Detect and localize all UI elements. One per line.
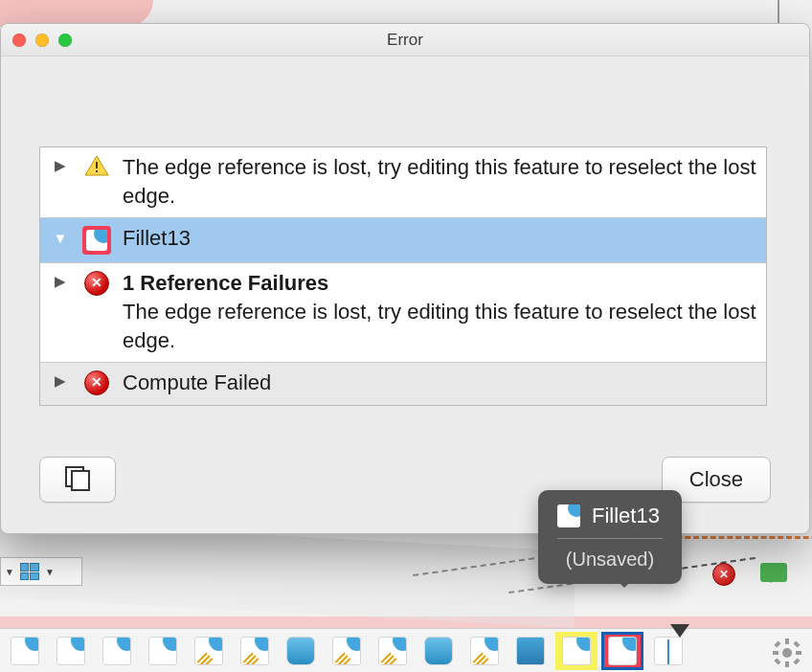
rollback-bar-icon[interactable] <box>670 624 689 638</box>
divider <box>557 538 663 539</box>
feature-item-sketch[interactable] <box>372 632 414 670</box>
feature-item[interactable] <box>96 632 138 670</box>
feature-item-extrude[interactable] <box>417 632 460 670</box>
failure-heading: 1 Reference Failures <box>123 269 756 298</box>
disclosure-right-icon[interactable]: ▶ <box>50 157 71 174</box>
dialog-title: Error <box>1 31 809 50</box>
feature-item-warning[interactable] <box>555 632 598 670</box>
feature-item-extrude[interactable] <box>280 632 322 670</box>
svg-rect-7 <box>796 651 801 655</box>
copy-icon <box>65 466 90 487</box>
fillet-feature-icon <box>557 504 580 527</box>
feature-item-sketch[interactable] <box>188 632 230 670</box>
error-row-failure[interactable]: ▶ 1 Reference Failures The edge referenc… <box>40 262 766 362</box>
error-row-compute[interactable]: ▶ Compute Failed <box>40 362 766 405</box>
settings-icon[interactable] <box>772 638 802 668</box>
svg-rect-9 <box>793 658 800 664</box>
svg-rect-2 <box>96 170 98 172</box>
fillet-feature-icon <box>82 226 111 255</box>
disclosure-right-icon[interactable]: ▶ <box>50 372 71 390</box>
svg-rect-8 <box>774 640 780 647</box>
feature-item[interactable] <box>4 632 46 670</box>
svg-rect-6 <box>773 651 778 655</box>
feature-item[interactable] <box>50 632 92 670</box>
feature-tooltip: Fillet13 (Unsaved) <box>538 490 682 584</box>
viewport-layout-icon[interactable] <box>20 563 39 580</box>
tooltip-title: Fillet13 <box>592 504 660 528</box>
failure-message: The edge reference is lost, try editing … <box>123 298 756 354</box>
disclosure-right-icon[interactable]: ▶ <box>50 273 71 290</box>
error-list: ▶ The edge reference is lost, try editin… <box>39 146 767 406</box>
view-toolbar: ▼ ▼ <box>0 557 82 586</box>
feature-item-sketch[interactable] <box>463 632 506 670</box>
feature-name: Fillet13 <box>123 226 191 250</box>
svg-rect-1 <box>96 162 98 168</box>
svg-rect-10 <box>793 640 800 647</box>
error-row-feature[interactable]: ▼ Fillet13 <box>40 217 766 262</box>
svg-point-3 <box>782 648 792 658</box>
tooltip-subtitle: (Unsaved) <box>557 549 663 571</box>
svg-rect-5 <box>785 661 789 667</box>
feature-item-loft[interactable] <box>509 632 552 670</box>
feature-item[interactable] <box>142 632 184 670</box>
svg-rect-11 <box>774 658 780 664</box>
error-dialog: Error ▶ The edge reference is lost, try … <box>0 23 810 534</box>
feature-item-error-selected[interactable] <box>601 632 643 670</box>
feature-timeline <box>0 628 812 672</box>
copy-button[interactable] <box>39 457 116 503</box>
disclosure-down-icon[interactable]: ▼ <box>50 230 71 246</box>
svg-rect-4 <box>785 638 789 644</box>
comments-icon[interactable] <box>760 563 787 582</box>
feature-item-sketch[interactable] <box>234 632 276 670</box>
feature-item-sketch[interactable] <box>326 632 368 670</box>
error-message: The edge reference is lost, try editing … <box>123 153 756 210</box>
titlebar[interactable]: Error <box>1 24 809 56</box>
error-row-warning[interactable]: ▶ The edge reference is lost, try editin… <box>40 147 766 217</box>
error-icon <box>84 271 109 296</box>
error-icon <box>84 370 109 395</box>
compute-failed-message: Compute Failed <box>123 369 756 397</box>
dropdown-caret-icon[interactable]: ▼ <box>5 567 14 577</box>
viewport-error-icon[interactable] <box>712 563 735 586</box>
warning-icon <box>84 155 109 176</box>
dropdown-caret-icon[interactable]: ▼ <box>45 567 55 577</box>
